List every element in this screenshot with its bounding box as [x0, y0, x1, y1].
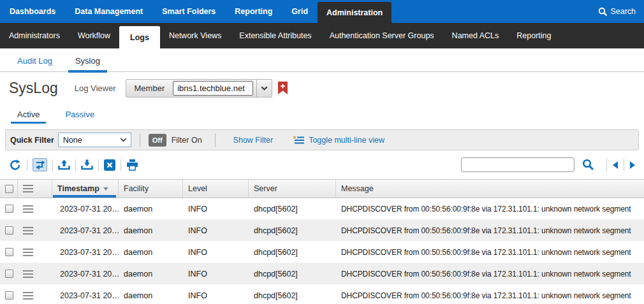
- subnav-administrators[interactable]: Administrators: [0, 23, 69, 48]
- nav-data-management[interactable]: Data Management: [65, 0, 152, 23]
- refresh-icon[interactable]: [9, 159, 22, 171]
- filter-on-label: Filter On: [172, 136, 202, 145]
- row-menu-cell: [18, 242, 52, 263]
- active-tab-underline: [68, 70, 107, 73]
- subnav-network-views[interactable]: Network Views: [160, 23, 230, 48]
- page-next-icon[interactable]: [630, 161, 635, 169]
- toggle-multiline-link[interactable]: Toggle multi-line view: [309, 136, 384, 145]
- subnav-extensible-attributes[interactable]: Extensible Attributes: [230, 23, 320, 48]
- nav-smart-folders[interactable]: Smart Folders: [152, 0, 225, 23]
- member-input[interactable]: [173, 81, 253, 96]
- column-header-timestamp[interactable]: Timestamp: [52, 180, 119, 198]
- print-icon[interactable]: [126, 159, 138, 171]
- top-nav: DashboardsData ManagementSmart FoldersRe…: [0, 0, 644, 23]
- nav-grid[interactable]: Grid: [282, 0, 318, 23]
- subnav-authentication-server-groups[interactable]: Authentication Server Groups: [321, 23, 443, 48]
- show-filter-link[interactable]: Show Filter: [233, 136, 274, 145]
- column-label: Server: [254, 184, 277, 193]
- subnav-reporting[interactable]: Reporting: [508, 23, 560, 48]
- bookmark-icon[interactable]: [278, 82, 288, 94]
- cell-facility: daemon: [119, 263, 183, 284]
- column-header-message[interactable]: Message: [336, 180, 644, 198]
- nav-reporting[interactable]: Reporting: [225, 0, 282, 23]
- table-row[interactable]: 2023-07-31 20… daemon INFO dhcpd[5602] D…: [0, 242, 644, 263]
- member-label: Member: [126, 83, 173, 93]
- grid-search-icon[interactable]: [582, 159, 594, 171]
- column-label: Facility: [124, 184, 149, 193]
- subnav-logs[interactable]: Logs: [119, 26, 160, 48]
- row-check-cell: [0, 263, 18, 284]
- row-checkbox[interactable]: [5, 270, 13, 278]
- column-header-facility[interactable]: Facility: [119, 180, 183, 198]
- cell-facility: daemon: [119, 242, 183, 263]
- cell-facility: daemon: [119, 220, 183, 241]
- column-header-server[interactable]: Server: [249, 180, 336, 198]
- top-nav-items: DashboardsData ManagementSmart FoldersRe…: [0, 0, 392, 23]
- quick-filter-select[interactable]: None: [58, 133, 131, 147]
- clear-icon[interactable]: [104, 159, 115, 171]
- tab-audit-log[interactable]: Audit Log: [15, 50, 54, 71]
- row-menu-icon[interactable]: [23, 292, 33, 300]
- sort-desc-icon: [103, 187, 108, 191]
- table-row[interactable]: 2023-07-31 20… daemon INFO dhcpd[5602] D…: [0, 285, 644, 304]
- row-menu-cell: [18, 220, 52, 241]
- cell-message: DHCPDISCOVER from 00:50:56:00:9f:8e via …: [336, 242, 644, 263]
- page-previous-icon[interactable]: [613, 161, 618, 169]
- table-row[interactable]: 2023-07-31 20… daemon INFO dhcpd[5602] D…: [0, 198, 644, 220]
- table-body: 2023-07-31 20… daemon INFO dhcpd[5602] D…: [0, 198, 644, 304]
- row-checkbox[interactable]: [5, 226, 13, 235]
- row-menu-cell: [18, 198, 52, 219]
- cell-message: DHCPDISCOVER from 00:50:56:00:9f:8e via …: [336, 285, 644, 304]
- page-header: SysLog Log Viewer Member: [0, 72, 644, 104]
- row-check-cell: [0, 242, 18, 263]
- grid-search: [461, 157, 635, 172]
- cell-timestamp: 2023-07-31 20…: [52, 220, 119, 241]
- quick-filter-value: None: [63, 136, 82, 145]
- log-tabs: Audit LogSyslog: [0, 48, 644, 72]
- select-all-cell: [0, 180, 18, 198]
- filter-toggle-button[interactable]: Off: [149, 134, 166, 147]
- tab-passive[interactable]: Passive: [64, 106, 96, 123]
- row-checkbox[interactable]: [5, 248, 13, 256]
- column-label: Message: [341, 184, 374, 193]
- cell-server: dhcpd[5602]: [249, 198, 336, 219]
- cell-message: DHCPDISCOVER from 00:50:56:00:9f:8e via …: [336, 198, 644, 219]
- row-menu-icon[interactable]: [23, 249, 33, 256]
- row-menu-cell: [18, 285, 52, 304]
- row-menu-icon[interactable]: [23, 205, 33, 213]
- page-title: SysLog: [9, 80, 58, 97]
- row-menu-icon[interactable]: [23, 227, 33, 235]
- search-icon: [598, 7, 608, 17]
- divider: [606, 159, 607, 171]
- table-row[interactable]: 2023-07-31 20… daemon INFO dhcpd[5602] D…: [0, 220, 644, 242]
- row-checkbox[interactable]: [5, 205, 13, 213]
- nav-administration[interactable]: Administration: [318, 2, 392, 23]
- cell-level: INFO: [183, 242, 249, 263]
- nav-dashboards[interactable]: Dashboards: [0, 0, 65, 23]
- upload-icon[interactable]: [58, 159, 70, 171]
- grid-search-input[interactable]: [461, 157, 574, 172]
- column-label: Timestamp: [57, 184, 99, 193]
- subnav-workflow[interactable]: Workflow: [69, 23, 119, 48]
- download-icon[interactable]: [81, 159, 93, 171]
- global-search[interactable]: Search: [590, 0, 644, 23]
- row-checkbox[interactable]: [5, 291, 13, 300]
- cell-timestamp: 2023-07-31 20…: [52, 285, 119, 304]
- divider: [75, 159, 76, 171]
- column-header-level[interactable]: Level: [183, 180, 249, 198]
- divider: [140, 133, 140, 147]
- divider: [27, 159, 27, 171]
- row-menu-icon[interactable]: [23, 270, 33, 278]
- table-row[interactable]: 2023-07-31 20… daemon INFO dhcpd[5602] D…: [0, 263, 644, 285]
- cell-message: DHCPDISCOVER from 00:50:56:00:9f:8e via …: [336, 263, 644, 284]
- global-search-label: Search: [610, 7, 636, 16]
- tab-syslog[interactable]: Syslog: [73, 50, 102, 71]
- table-menu-icon[interactable]: [23, 185, 33, 192]
- follow-toggle-icon[interactable]: [33, 158, 47, 171]
- member-dropdown-button[interactable]: [256, 80, 272, 97]
- tab-active[interactable]: Active: [16, 106, 41, 123]
- select-all-checkbox[interactable]: [5, 185, 13, 193]
- cell-facility: daemon: [119, 198, 183, 219]
- subnav-named-acls[interactable]: Named ACLs: [443, 23, 508, 48]
- active-tab-underline: [11, 122, 46, 124]
